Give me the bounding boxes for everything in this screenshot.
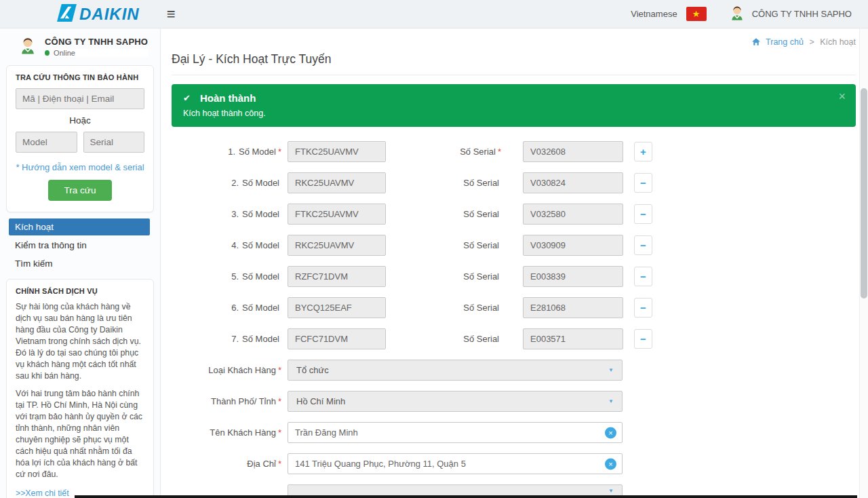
- serial-label: Số Serial: [386, 178, 501, 188]
- model-field[interactable]: [288, 141, 386, 162]
- activation-form: 1.Số Model* Số Serial* + 2.Số Model Số S…: [172, 141, 856, 498]
- model-field[interactable]: [288, 204, 386, 225]
- required-asterisk: *: [278, 427, 281, 438]
- lookup-search-button[interactable]: Tra cứu: [48, 180, 113, 201]
- lookup-code-input[interactable]: [16, 88, 144, 109]
- minus-icon: −: [640, 208, 646, 220]
- required-asterisk: *: [498, 147, 501, 157]
- field-row: Tên Khách Hàng* ×: [172, 422, 856, 443]
- remove-row-button[interactable]: −: [634, 267, 652, 286]
- customer-name-label: Tên Khách Hàng*: [172, 427, 281, 438]
- success-alert: ✔ Hoàn thành Kích hoạt thành công. ×: [172, 84, 856, 127]
- required-asterisk: *: [278, 147, 281, 157]
- model-field[interactable]: [288, 297, 386, 318]
- model-label: 6.Số Model: [172, 303, 281, 313]
- online-status-label: Online: [54, 49, 148, 57]
- field-row: Loại Khách Hàng* Tổ chức ▼: [172, 360, 856, 381]
- product-row: 7.Số Model Số Serial −: [172, 328, 856, 349]
- model-label: 3.Số Model: [172, 209, 281, 219]
- bottom-edge-strip: [75, 495, 857, 498]
- sidebar-user-name: CÔNG TY TNHH SAPHO: [45, 37, 148, 47]
- serial-field[interactable]: [523, 328, 623, 349]
- policy-paragraph-2: Với hai trung tâm bảo hành chính tại TP.…: [16, 388, 144, 480]
- service-policy-card: CHÍNH SÁCH DỊCH VỤ Sự hài lòng của khách…: [6, 279, 154, 498]
- alert-close-icon[interactable]: ×: [838, 90, 846, 102]
- remove-row-button[interactable]: −: [634, 173, 652, 193]
- nav-item-check-info[interactable]: Kiểm tra thông tin: [9, 237, 150, 254]
- model-label: 2.Số Model: [172, 178, 281, 188]
- remove-row-button[interactable]: −: [634, 298, 652, 318]
- customer-type-label: Loại Khách Hàng*: [172, 365, 281, 375]
- breadcrumb-home-link[interactable]: Trang chủ: [766, 37, 804, 47]
- daikin-logo[interactable]: DAIKIN: [57, 4, 140, 24]
- row-index: 3.: [231, 209, 239, 219]
- serial-label: Số Serial: [386, 240, 501, 250]
- model-field[interactable]: [288, 172, 386, 193]
- city-label: Thành Phố/ Tỉnh*: [172, 396, 281, 406]
- model-label: 4.Số Model: [172, 240, 281, 250]
- brand-text: DAIKIN: [79, 5, 140, 24]
- chevron-down-icon: ▼: [608, 398, 614, 404]
- chevron-down-icon: ▼: [608, 488, 614, 494]
- remove-row-button[interactable]: −: [634, 329, 652, 349]
- customer-name-input[interactable]: [288, 422, 623, 443]
- product-row: 2.Số Model Số Serial −: [172, 172, 856, 193]
- add-row-button[interactable]: +: [634, 142, 652, 161]
- check-icon: ✔: [183, 93, 191, 103]
- address-input[interactable]: [288, 453, 623, 474]
- row-index: 2.: [231, 178, 239, 188]
- nav-item-activate[interactable]: Kích hoạt: [9, 218, 150, 235]
- serial-field[interactable]: [523, 266, 623, 287]
- product-row: 6.Số Model Số Serial −: [172, 297, 856, 318]
- serial-field[interactable]: [523, 235, 623, 256]
- minus-icon: −: [640, 240, 646, 251]
- city-value: Hồ Chí Minh: [296, 396, 345, 406]
- clear-icon[interactable]: ×: [605, 427, 616, 438]
- customer-type-value: Tổ chức: [296, 365, 329, 375]
- online-status-dot-icon: [45, 50, 50, 56]
- serial-label: Số Serial: [386, 334, 501, 344]
- hamburger-icon[interactable]: ≡: [167, 7, 176, 22]
- minus-icon: −: [640, 302, 646, 313]
- serial-field[interactable]: [523, 141, 623, 162]
- address-label: Địa Chỉ*: [172, 459, 281, 469]
- sidebar-nav: Kích hoạt Kiểm tra thông tin Tìm kiếm: [0, 218, 160, 272]
- model-label: 7.Số Model: [172, 334, 281, 344]
- serial-label: Số Serial*: [386, 147, 501, 157]
- model-lookup-input[interactable]: [16, 132, 77, 153]
- row-index: 6.: [231, 303, 239, 313]
- product-row: 5.Số Model Số Serial −: [172, 266, 856, 287]
- header-user-name: CÔNG TY TNHH SAPHO: [752, 9, 852, 19]
- minus-icon: −: [640, 177, 646, 189]
- model-field[interactable]: [288, 266, 386, 287]
- serial-field[interactable]: [523, 297, 623, 318]
- required-asterisk: *: [278, 396, 281, 406]
- city-select[interactable]: Hồ Chí Minh ▼: [288, 391, 623, 412]
- avatar-icon: [18, 35, 38, 58]
- customer-type-select[interactable]: Tổ chức ▼: [288, 360, 623, 381]
- plus-icon: +: [640, 146, 646, 157]
- daikin-logo-mark-icon: [57, 4, 77, 24]
- serial-label: Số Serial: [386, 209, 501, 219]
- language-label[interactable]: Vietnamese: [631, 9, 677, 19]
- star-icon: ★: [692, 9, 701, 18]
- model-label: 1.Số Model*: [172, 147, 281, 157]
- main-content: Trang chủ > Kích hoạt Đại Lý - Kích Hoạt…: [161, 28, 868, 498]
- field-row: Địa Chỉ* ×: [172, 453, 856, 474]
- nav-item-search[interactable]: Tìm kiếm: [9, 255, 150, 272]
- serial-field[interactable]: [523, 204, 623, 225]
- warranty-lookup-card: TRA CỨU THÔNG TIN BẢO HÀNH Hoặc * Hướng …: [6, 65, 154, 212]
- or-separator: Hoặc: [16, 115, 144, 126]
- model-serial-guide-link[interactable]: * Hướng dẫn xem model & serial: [16, 162, 144, 172]
- vietnam-flag-icon[interactable]: ★: [686, 7, 707, 21]
- model-field[interactable]: [288, 235, 386, 256]
- remove-row-button[interactable]: −: [634, 235, 652, 255]
- page-title: Đại Lý - Kích Hoạt Trực Tuyến: [172, 52, 856, 75]
- serial-field[interactable]: [523, 172, 623, 193]
- serial-lookup-input[interactable]: [83, 132, 145, 153]
- header-user[interactable]: CÔNG TY TNHH SAPHO: [728, 4, 852, 24]
- page-scrollbar-thumb[interactable]: [861, 88, 867, 299]
- clear-icon[interactable]: ×: [605, 458, 616, 470]
- remove-row-button[interactable]: −: [634, 204, 652, 224]
- model-field[interactable]: [288, 328, 386, 349]
